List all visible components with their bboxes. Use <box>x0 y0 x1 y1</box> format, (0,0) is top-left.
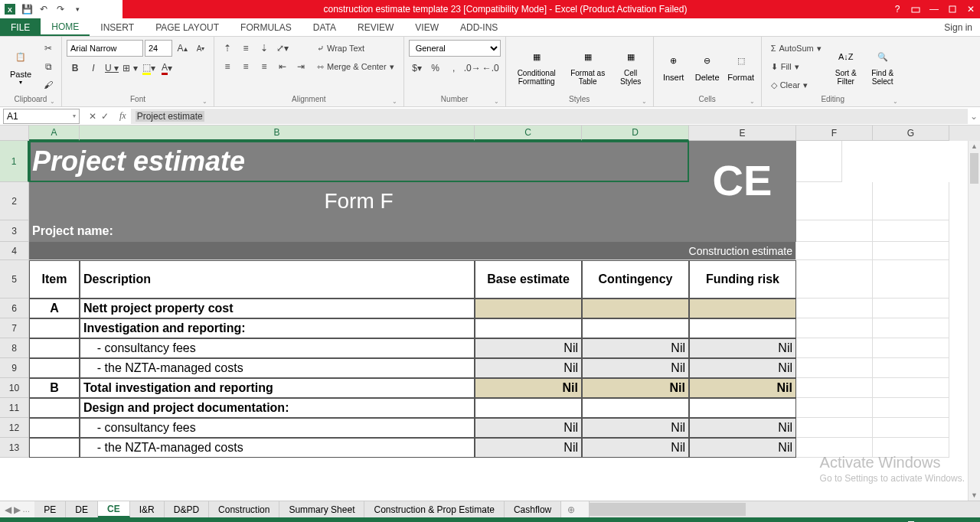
cell-e1[interactable]: CE <box>689 141 796 220</box>
cell-styles-button[interactable]: ▦Cell Styles <box>613 40 648 90</box>
new-sheet-button[interactable]: ⊕ <box>561 501 581 517</box>
cell-a12[interactable] <box>29 418 80 438</box>
cell-e5[interactable]: Funding risk <box>689 260 796 299</box>
cell-d6[interactable] <box>582 299 689 318</box>
cell-g13[interactable] <box>873 438 949 458</box>
tab-review[interactable]: REVIEW <box>347 18 404 36</box>
cell-c7[interactable] <box>475 318 582 338</box>
fill-button[interactable]: ⬇ Fill ▾ <box>766 58 826 75</box>
tab-data[interactable]: DATA <box>302 18 347 36</box>
align-middle-icon[interactable]: ≡ <box>237 40 254 57</box>
scroll-down-icon[interactable]: ▼ <box>969 490 980 501</box>
fill-color-icon[interactable]: ⬚▾ <box>140 60 157 77</box>
cell-c13[interactable]: Nil <box>475 438 582 458</box>
minimize-icon[interactable]: ― <box>925 0 943 18</box>
align-right-icon[interactable]: ≡ <box>256 58 273 75</box>
cell-c12[interactable]: Nil <box>475 418 582 438</box>
cell-a5[interactable]: Item <box>29 260 80 299</box>
cell-f10[interactable] <box>796 378 873 398</box>
tab-formulas[interactable]: FORMULAS <box>230 18 302 36</box>
delete-cells-button[interactable]: ⊖Delete <box>692 40 723 90</box>
normal-view-icon[interactable]: ▦ <box>775 519 792 522</box>
cell-d13[interactable]: Nil <box>582 438 689 458</box>
cell-g11[interactable] <box>873 398 949 418</box>
cell-g5[interactable] <box>873 260 949 299</box>
cell-g7[interactable] <box>873 318 949 338</box>
help-icon[interactable]: ? <box>888 0 906 18</box>
tab-insert[interactable]: INSERT <box>90 18 145 36</box>
row-header-12[interactable]: 12 <box>0 418 29 438</box>
cell-a10[interactable]: B <box>29 378 80 398</box>
row-header-13[interactable]: 13 <box>0 438 29 458</box>
sheet-tab-ir[interactable]: I&R <box>130 501 165 517</box>
cell-b13[interactable]: - the NZTA-managed costs <box>80 438 475 458</box>
orientation-icon[interactable]: ⤢▾ <box>274 40 291 57</box>
align-bottom-icon[interactable]: ⇣ <box>256 40 273 57</box>
sheet-tab-cpe[interactable]: Construction & Prop Estimate <box>364 501 504 517</box>
cell-a4[interactable]: Construction estimate <box>29 242 796 260</box>
cell-d10[interactable]: Nil <box>582 378 689 398</box>
cell-f4[interactable] <box>796 242 873 260</box>
fx-icon[interactable]: fx <box>115 110 131 122</box>
cell-d12[interactable]: Nil <box>582 418 689 438</box>
row-header-11[interactable]: 11 <box>0 398 29 418</box>
cell-c6[interactable] <box>475 299 582 318</box>
ribbon-options-icon[interactable] <box>906 0 925 18</box>
col-header-g[interactable]: G <box>873 126 949 141</box>
sheet-tab-dpd[interactable]: D&PD <box>165 501 209 517</box>
save-icon[interactable]: 💾 <box>20 2 34 16</box>
decrease-font-icon[interactable]: A▾ <box>192 40 209 57</box>
decrease-indent-icon[interactable]: ⇤ <box>274 58 291 75</box>
qat-customize-icon[interactable]: ▾ <box>70 2 84 16</box>
cell-f6[interactable] <box>796 299 873 318</box>
close-icon[interactable]: ✕ <box>962 0 980 18</box>
cell-c5[interactable]: Base estimate <box>475 260 582 299</box>
cell-f11[interactable] <box>796 398 873 418</box>
row-header-3[interactable]: 3 <box>0 220 29 242</box>
cell-e7[interactable] <box>689 318 796 338</box>
cell-a2[interactable]: Form F <box>29 182 689 220</box>
cell-b7[interactable]: Investigation and reporting: <box>80 318 475 338</box>
italic-button[interactable]: I <box>85 60 102 77</box>
cell-a11[interactable] <box>29 398 80 418</box>
sort-filter-button[interactable]: A↓ZSort & Filter <box>829 40 863 90</box>
cell-g12[interactable] <box>873 418 949 438</box>
cell-f5[interactable] <box>796 260 873 299</box>
cell-e9[interactable]: Nil <box>689 358 796 378</box>
cut-icon[interactable]: ✂ <box>40 40 57 57</box>
tab-home[interactable]: HOME <box>41 18 90 36</box>
cell-f12[interactable] <box>796 418 873 438</box>
select-all-corner[interactable] <box>0 126 29 141</box>
cell-b6[interactable]: Nett project property cost <box>80 299 475 318</box>
cell-c8[interactable]: Nil <box>475 338 582 358</box>
horizontal-scrollbar[interactable] <box>589 501 980 517</box>
cell-d5[interactable]: Contingency <box>582 260 689 299</box>
cell-c9[interactable]: Nil <box>475 358 582 378</box>
cell-e8[interactable]: Nil <box>689 338 796 358</box>
sheet-nav[interactable]: ◀ ▶ … <box>0 501 34 517</box>
cell-f8[interactable] <box>796 338 873 358</box>
row-header-5[interactable]: 5 <box>0 260 29 299</box>
cell-c11[interactable] <box>475 398 582 418</box>
cell-f7[interactable] <box>796 318 873 338</box>
cell-b9[interactable]: - the NZTA-managed costs <box>80 358 475 378</box>
cell-f9[interactable] <box>796 358 873 378</box>
increase-decimal-icon[interactable]: .0→ <box>464 60 481 77</box>
cell-b8[interactable]: - consultancy fees <box>80 338 475 358</box>
cell-a13[interactable] <box>29 438 80 458</box>
name-box[interactable]: A1 <box>3 109 80 124</box>
cell-e13[interactable]: Nil <box>689 438 796 458</box>
cell-b5[interactable]: Description <box>80 260 475 299</box>
page-break-icon[interactable]: ▧ <box>821 519 838 522</box>
cell-e11[interactable] <box>689 398 796 418</box>
row-header-8[interactable]: 8 <box>0 338 29 358</box>
row-header-2[interactable]: 2 <box>0 182 29 220</box>
format-cells-button[interactable]: ⬚Format <box>726 40 756 90</box>
cell-d9[interactable]: Nil <box>582 358 689 378</box>
format-painter-icon[interactable]: 🖌 <box>40 77 57 93</box>
sheet-tab-de[interactable]: DE <box>66 501 98 517</box>
row-header-4[interactable]: 4 <box>0 242 29 260</box>
col-header-d[interactable]: D <box>582 126 689 141</box>
conditional-formatting-button[interactable]: ▦Conditional Formatting <box>511 40 563 90</box>
sheet-tab-cashflow[interactable]: Cashflow <box>505 501 561 517</box>
